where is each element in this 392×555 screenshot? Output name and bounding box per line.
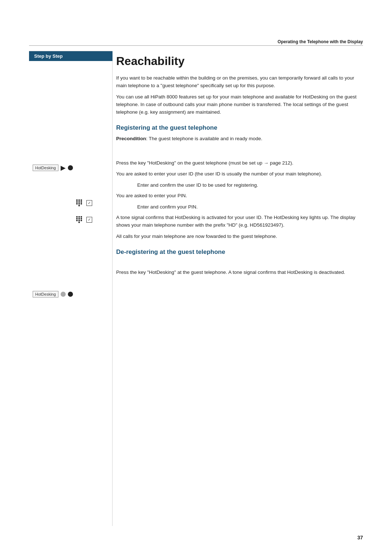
section2-step1: Press the key "HotDesking" at the guest … <box>116 269 363 276</box>
section1-step1: Press the key "HotDesking" on the guest … <box>116 159 363 167</box>
main-content: Step by Step HotDesking ▶ <box>29 51 363 526</box>
circle-indicator-2 <box>61 292 66 297</box>
section1-step3: Enter and confirm the user ID to be used… <box>137 182 258 189</box>
keypad-icon-2 <box>76 216 82 223</box>
section1-step3-row: Enter and confirm the user ID to be used… <box>116 182 363 189</box>
keypad-check-row-1: ✓ <box>76 199 92 206</box>
page-title: Reachability <box>116 54 363 68</box>
keypad-icon-1 <box>76 199 82 206</box>
left-column: Step by Step HotDesking ▶ <box>29 51 113 526</box>
precondition: Precondition: The guest telephone is ava… <box>116 135 363 143</box>
section1-step5-row: Enter and confirm your PIN. <box>116 203 363 211</box>
hotdesking-step2-row: HotDesking <box>33 291 73 297</box>
step1-text: Press the key "HotDesking" on the guest … <box>116 159 363 167</box>
hotdesking-button-1: HotDesking <box>33 165 58 171</box>
check-box-1: ✓ <box>86 200 92 206</box>
section2-heading: De-registering at the guest telephone <box>116 248 363 256</box>
arrow-icon-1: ▶ <box>61 164 66 172</box>
intro-para-1: If you want to be reachable within the b… <box>116 74 363 90</box>
hotdesking-button-2: HotDesking <box>33 291 58 297</box>
section1-step6: A tone signal confirms that HotDesking i… <box>116 214 363 229</box>
page-number: 37 <box>357 535 363 540</box>
precondition-colon-text: : The guest telephone is available and i… <box>146 136 262 141</box>
section1-heading: Registering at the guest telephone <box>116 124 363 131</box>
section1-step7: All calls for your main telephone are no… <box>116 233 363 240</box>
circle-indicator-1 <box>68 165 73 170</box>
section1-step2: You are asked to enter your user ID (the… <box>116 170 363 178</box>
hotdesking-step1-row: HotDesking ▶ <box>33 164 73 172</box>
section2-step1-text: Press the key "HotDesking" at the guest … <box>116 269 363 276</box>
section1-step4: You are asked to enter your PIN. <box>116 192 363 200</box>
header-divider <box>29 45 363 46</box>
check-box-2: ✓ <box>86 217 92 223</box>
step-by-step-label: Step by Step <box>29 51 113 61</box>
page-container: Operating the Telephone with the Display… <box>0 0 392 555</box>
header-title: Operating the Telephone with the Display <box>278 39 363 44</box>
keypad-check-row-2: ✓ <box>76 216 92 223</box>
section1-step5: Enter and confirm your PIN. <box>137 203 198 211</box>
intro-para-2: You can use all HiPath 8000 features set… <box>116 93 363 116</box>
right-column: Reachability If you want to be reachable… <box>116 51 363 526</box>
page-header: Operating the Telephone with the Display <box>278 39 363 44</box>
circle-indicator-2b <box>68 292 73 297</box>
precondition-label: Precondition <box>116 136 146 141</box>
